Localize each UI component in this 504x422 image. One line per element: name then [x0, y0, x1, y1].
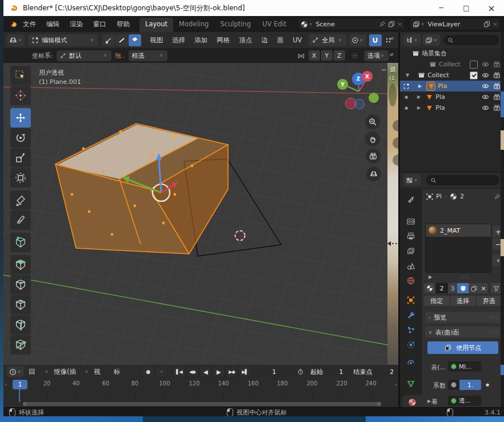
strip-pan-button[interactable] [393, 137, 398, 149]
strip-zoom-button[interactable] [393, 120, 398, 132]
snap-toggle-button[interactable] [369, 34, 382, 46]
outliner-row-collection-excluded[interactable]: Collect [400, 59, 504, 70]
outliner-display-mode-button[interactable]: ∨ [423, 34, 440, 46]
workspace-tab-uvedit[interactable]: UV Edit [257, 18, 292, 33]
menu-edge[interactable]: 边 [257, 32, 273, 48]
new-viewlayer-icon[interactable] [483, 21, 490, 27]
tab-particles[interactable] [400, 323, 422, 337]
strip-panel-toggle[interactable]: ‹› [382, 66, 386, 73]
jump-to-end-button[interactable]: ▶▌ [238, 366, 251, 377]
decorator-dot[interactable]: ● [486, 383, 489, 387]
pin-icon[interactable] [494, 193, 501, 200]
outliner-editor-type-button[interactable]: ∨ [403, 34, 421, 46]
menu-view[interactable]: 视图 [89, 364, 109, 380]
menu-vertex[interactable]: 顶点 [234, 32, 257, 48]
tab-object[interactable] [400, 293, 422, 307]
menu-file[interactable]: 文件 [18, 16, 41, 32]
eye-icon[interactable] [481, 104, 489, 112]
tool-select-box[interactable] [10, 66, 31, 85]
tool-move[interactable] [10, 108, 31, 128]
eye-icon[interactable] [481, 93, 489, 101]
edge-select-button[interactable] [115, 34, 128, 46]
surface-panel-header[interactable]: ∨ 表(曲)面 :::: [425, 327, 502, 338]
tab-modifiers[interactable] [400, 308, 422, 322]
mirror-y-button[interactable]: Y [321, 50, 333, 61]
camera-render-icon[interactable] [493, 61, 501, 69]
workspace-tab-sculpting[interactable]: Sculpting [214, 18, 257, 33]
menu-add[interactable]: 添加 [190, 32, 212, 48]
play-reverse-button[interactable]: ◀ [199, 366, 212, 377]
gizmo-axis-y-neg[interactable] [369, 93, 379, 103]
outliner-row-plane[interactable]: ● ▶ ▼ Pla [400, 102, 504, 113]
next-keyframe-button[interactable]: ▶◆ [225, 366, 238, 377]
play-button[interactable]: ▶ [212, 366, 225, 377]
menu-edit[interactable]: 编辑 [41, 16, 65, 32]
menu-mesh[interactable]: 网格 [212, 32, 234, 48]
jump-to-start-button[interactable]: ▌◀ [173, 366, 186, 377]
expand-arrow-icon[interactable]: ▶ [429, 274, 432, 280]
camera-render-icon[interactable] [493, 82, 501, 90]
mirror-z-button[interactable]: Z [334, 50, 345, 61]
current-frame-field[interactable]: 1 [256, 367, 293, 377]
menu-keying[interactable]: 抠像(插帧) [49, 364, 84, 380]
grip-handle[interactable]: :::: [460, 274, 469, 280]
camera-view-button[interactable] [366, 149, 381, 164]
timeline-scrollbar[interactable] [23, 402, 381, 406]
face-select-button[interactable] [129, 34, 141, 46]
tab-render[interactable] [400, 214, 422, 228]
expand-arrow-icon[interactable]: ▼ [406, 73, 409, 78]
deselect-button[interactable]: 弃选 [476, 296, 502, 306]
menu-window[interactable]: 窗口 [88, 16, 111, 32]
menu-select[interactable]: 选择 [167, 32, 190, 48]
camera-render-icon[interactable] [493, 71, 501, 79]
tab-viewlayer[interactable] [400, 244, 422, 258]
tab-object-data[interactable] [400, 377, 422, 391]
eye-icon[interactable] [481, 71, 489, 79]
viewport-3d[interactable]: 用户透视 (1) Plane.001 Z X Y [3, 63, 387, 365]
factor-slider[interactable]: 1. ● [448, 380, 489, 390]
fake-user-toggle[interactable] [457, 283, 469, 293]
orientation-dropdown[interactable]: 全局 ∨ [309, 34, 346, 46]
select-button[interactable]: 选择 [450, 296, 476, 306]
tool-rotate[interactable] [10, 128, 31, 148]
tool-measure[interactable] [10, 210, 31, 230]
expand-arrow-icon[interactable]: ▶ [417, 105, 421, 110]
proportional-edit-icon[interactable] [351, 52, 358, 59]
tab-constraints[interactable] [400, 356, 422, 370]
timeline-ruler[interactable]: 20 40 60 80 100 120 140 160 180 200 220 … [3, 379, 398, 407]
tab-world[interactable] [400, 274, 422, 288]
ortho-toggle-button[interactable] [366, 166, 381, 181]
outliner-row-plane-active[interactable]: ▶ ▼ Pla [400, 81, 504, 91]
editor-type-button[interactable]: ∨ [7, 34, 25, 46]
drag-dropdown[interactable]: 框选 ∨ [129, 50, 167, 61]
surface-shader-button[interactable]: MI... [448, 361, 481, 372]
tool-extrude-region[interactable] [10, 255, 31, 274]
outliner-row-collection[interactable]: ▼ Collect [400, 70, 504, 81]
tool-knife[interactable] [10, 335, 31, 355]
workspace-tab-layout[interactable]: Layout [139, 18, 173, 33]
playhead-marker[interactable]: 1 [13, 380, 27, 389]
keying-set-dropdown[interactable]: ∨ [155, 366, 168, 377]
use-nodes-button[interactable]: 使用节点 [427, 341, 498, 354]
assign-button[interactable]: 指定 [424, 296, 450, 306]
users-count-button[interactable]: 3 [448, 283, 457, 293]
tab-tool[interactable] [400, 193, 422, 206]
scene-selector[interactable]: ∨ Scene × [298, 18, 405, 30]
properties-editor-type-button[interactable]: ∨ [403, 174, 421, 186]
zoom-button[interactable] [365, 114, 380, 129]
gizmo-axis-y[interactable]: Y [337, 79, 348, 90]
material-name-field[interactable]: 2 [435, 283, 448, 293]
expand-right-icon[interactable]: ‹ [395, 381, 397, 388]
properties-search-input[interactable] [426, 175, 499, 185]
eye-icon[interactable] [481, 61, 489, 69]
menu-help[interactable]: 帮助 [111, 16, 135, 32]
expand-arrow-icon[interactable]: ▶ [418, 83, 422, 89]
timeline-editor-type-button[interactable]: ∨ [7, 366, 24, 377]
tab-output[interactable] [400, 229, 422, 243]
new-scene-icon[interactable] [388, 21, 395, 27]
tool-bevel[interactable] [10, 295, 31, 314]
coord-dropdown[interactable]: 默认 ∨ [57, 50, 111, 61]
unlink-material-button[interactable]: × [479, 283, 488, 293]
auto-keyframe-button[interactable]: ● [142, 366, 155, 377]
expand-arrow-icon[interactable]: ▶ [417, 94, 421, 99]
